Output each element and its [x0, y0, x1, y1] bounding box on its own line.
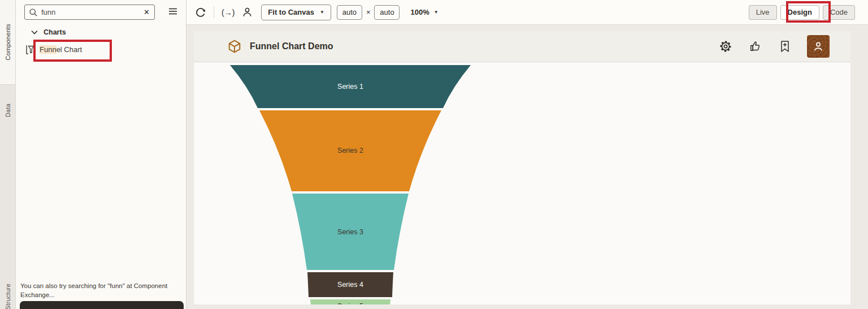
sidebar-tab-components-label: Components	[5, 24, 11, 60]
person-icon	[812, 40, 824, 53]
avatar[interactable]	[807, 35, 830, 58]
mode-button-code[interactable]: Code	[823, 5, 855, 20]
sidebar-tab-structure-label: Structure	[5, 284, 11, 309]
search-input[interactable]	[38, 8, 143, 16]
funnel-label-3: Series 3	[337, 228, 363, 236]
funnel-label-5: Series 5	[337, 302, 363, 304]
app-header: Funnel Chart Demo	[194, 31, 850, 62]
like-button[interactable]	[748, 39, 763, 54]
funnel-chart[interactable]: Series 1Series 2Series 3Series 4Series 5	[194, 62, 850, 304]
component-exchange-hint: You can also try searching for "funn" at…	[20, 281, 177, 299]
user-icon[interactable]	[241, 6, 254, 19]
funnel-chart-item[interactable]: Funnel Chart	[25, 45, 82, 54]
mode-button-design[interactable]: Design	[780, 5, 819, 20]
gear-icon	[719, 40, 732, 53]
refresh-icon	[195, 7, 206, 18]
app-root: Components Data Structure ✕	[0, 0, 868, 309]
mode-switcher: Live Design Code	[749, 5, 855, 20]
bookmark-add-icon	[779, 40, 791, 53]
settings-button[interactable]	[718, 39, 733, 54]
funnel-label-1: Series 1	[337, 83, 363, 91]
thumbs-up-icon	[749, 40, 762, 53]
sidebar-tab-structure[interactable]: Structure	[0, 275, 15, 309]
sidebar-tab-components[interactable]: Components	[0, 0, 15, 85]
zoom-value: 100%	[410, 8, 429, 16]
caret-down-icon: ▼	[434, 10, 439, 15]
funnel-chart-icon	[25, 45, 35, 54]
funnel-label-2: Series 2	[337, 147, 363, 154]
preview-link-icon[interactable]: (→)	[220, 7, 236, 18]
canvas-background: Funnel Chart Demo	[186, 25, 868, 309]
canvas-height-input[interactable]	[374, 5, 400, 20]
fit-to-canvas-label: Fit to Canvas	[268, 8, 314, 16]
fit-to-canvas-dropdown[interactable]: Fit to Canvas ▼	[261, 5, 331, 20]
zoom-dropdown[interactable]: 100% ▼	[410, 8, 438, 16]
canvas-width-input[interactable]	[337, 5, 362, 20]
caret-down-icon: ▼	[320, 10, 324, 15]
bottom-action-bar[interactable]	[20, 301, 184, 309]
toolbar-divider	[214, 7, 214, 18]
menu-icon[interactable]	[167, 6, 179, 18]
charts-section-header[interactable]: Charts	[31, 28, 66, 36]
search-box: ✕	[24, 5, 155, 20]
bookmark-button[interactable]	[778, 39, 792, 54]
charts-section-label: Charts	[44, 28, 66, 36]
page-title: Funnel Chart Demo	[250, 41, 333, 52]
components-panel: ✕ Charts Funnel Chart Yo	[16, 0, 186, 309]
mode-button-live[interactable]: Live	[749, 5, 777, 20]
funnel-chart-item-label: Funnel Chart	[40, 45, 82, 54]
refresh-button[interactable]	[194, 6, 207, 19]
app-cube-icon	[228, 40, 241, 53]
sidebar-tab-data[interactable]: Data	[0, 85, 15, 136]
left-tab-strip: Components Data Structure	[0, 0, 16, 309]
canvas-toolbar: (→) Fit to Canvas ▼ × 100% ▼ Live Design…	[186, 0, 868, 25]
search-icon	[29, 8, 38, 17]
sidebar-tab-data-label: Data	[5, 104, 11, 117]
artboard: Funnel Chart Demo	[194, 31, 850, 304]
clear-search-button[interactable]: ✕	[143, 8, 150, 16]
chevron-down-icon	[31, 30, 38, 35]
funnel-label-4: Series 4	[337, 281, 363, 289]
times-separator: ×	[366, 8, 371, 16]
